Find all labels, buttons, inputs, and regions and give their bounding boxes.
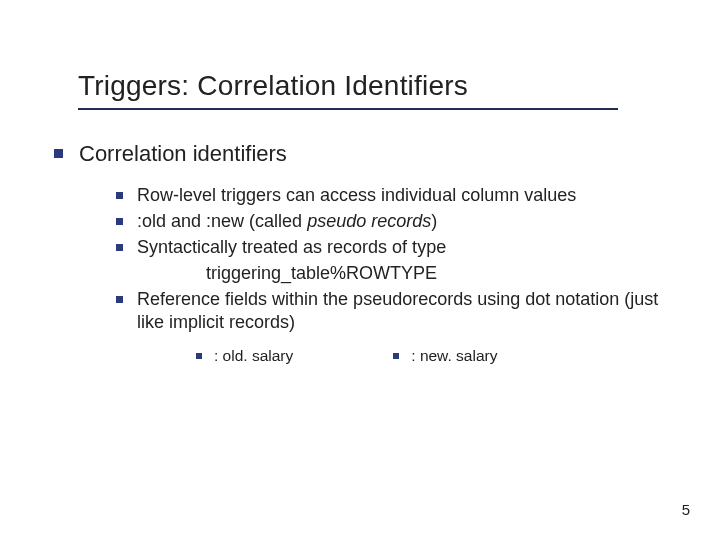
code-new: :new: [201, 211, 249, 231]
square-bullet-icon: [116, 244, 123, 251]
list-item-text: :old and :new (called pseudo records): [137, 210, 437, 233]
heading-item: Correlation identifiers: [54, 140, 660, 168]
slide-title: Triggers: Correlation Identifiers: [78, 70, 660, 102]
list-item-text: Reference fields within the pseudorecord…: [137, 288, 660, 335]
indented-line: triggering_table%ROWTYPE: [206, 261, 660, 285]
list-item: Syntactically treated as records of type: [116, 236, 660, 259]
square-bullet-icon: [196, 353, 202, 359]
title-underline: [78, 108, 618, 110]
square-bullet-icon: [116, 192, 123, 199]
example-text: : new. salary: [411, 347, 497, 365]
list-item: Row-level triggers can access individual…: [116, 184, 660, 207]
square-bullet-icon: [393, 353, 399, 359]
text: (called: [249, 211, 307, 231]
code-old: :old: [137, 211, 171, 231]
example-item: : new. salary: [393, 347, 497, 365]
italic-text: pseudo records: [307, 211, 431, 231]
list-item: :old and :new (called pseudo records): [116, 210, 660, 233]
page-number: 5: [682, 501, 690, 518]
text: and: [171, 211, 201, 231]
square-bullet-icon: [116, 218, 123, 225]
list-item-text: Row-level triggers can access individual…: [137, 184, 576, 207]
list-item-text: Syntactically treated as records of type: [137, 236, 446, 259]
bullet-list: Row-level triggers can access individual…: [116, 184, 660, 365]
slide-content: Correlation identifiers Row-level trigge…: [78, 140, 660, 365]
example-text: : old. salary: [214, 347, 293, 365]
text: ): [431, 211, 437, 231]
list-item: Reference fields within the pseudorecord…: [116, 288, 660, 335]
square-bullet-icon: [116, 296, 123, 303]
example-item: : old. salary: [196, 347, 293, 365]
example-list: : old. salary : new. salary: [196, 347, 660, 365]
square-bullet-icon: [54, 149, 63, 158]
heading-text: Correlation identifiers: [79, 140, 287, 168]
